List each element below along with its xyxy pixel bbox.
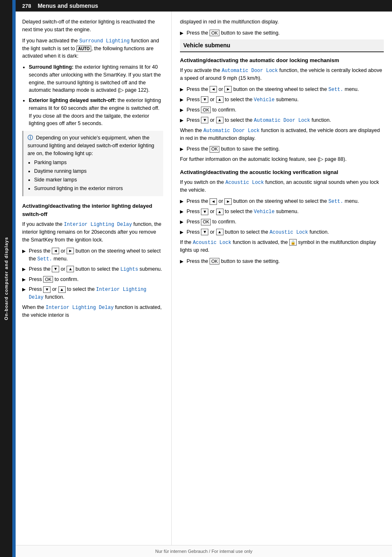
s2-arrow-2: ▶ [180, 208, 185, 215]
info-icon: ⓘ [28, 135, 33, 141]
arrow-icon-1: ▶ [22, 248, 27, 255]
s1-sett-link: Sett. [328, 87, 343, 93]
body-content: Delayed switch-off of the exterior light… [16, 12, 392, 545]
vehicle-submenu-title: Vehicle submenu [180, 39, 384, 52]
sett-menu-link-1: Sett. [37, 256, 52, 262]
section2-heading: Activating/deactivating the acoustic loc… [180, 168, 384, 176]
btn-ok-save: OK [210, 30, 219, 36]
info-box: ⓘ Depending on your vehicle's equipment,… [22, 131, 163, 196]
bullet-exterior: Exterior lighting delayed switch-off: th… [29, 97, 163, 128]
s2-instruction-4: ▶ Press ▼ or ▲ button to select the Acou… [180, 228, 384, 236]
s2-ok-save-arrow: ▶ [180, 258, 185, 265]
s1-instr-3-text: Press OK to confirm. [187, 106, 384, 114]
s1-ok-save-text: Press the OK button to save the setting. [187, 145, 384, 153]
s1-btn-left-1: ◄ [210, 86, 217, 93]
adl-link-2: Automatic Door Lock [254, 118, 310, 123]
s2-instr-3-text: Press OK to confirm. [187, 218, 384, 226]
section-intro-para: If you activate the Interior Lighting De… [22, 220, 163, 244]
sidebar-text: On-board computer and displays [4, 237, 9, 320]
intro-paragraph: Delayed switch-off of the exterior light… [22, 18, 163, 34]
acoustic-lock-link: Acoustic Lock [225, 180, 264, 186]
s1-instruction-4: ▶ Press ▼ or ▲ to select the Automatic D… [180, 116, 384, 124]
btn-up-4: ▲ [58, 286, 66, 293]
lights-link: Lights [120, 267, 138, 272]
surround-paragraph: If you have activated the Surround Light… [22, 37, 163, 60]
s2-btn-left-1: ◄ [210, 198, 217, 205]
section-heading-interior: Activating/deactivating the interior lig… [22, 202, 163, 218]
s1-btn-down-2: ▼ [201, 96, 208, 103]
info-bullet-1: Parking lamps [34, 159, 159, 167]
info-bullet-2: Daytime running lamps [34, 167, 159, 175]
page-title: Menus and submenus [38, 2, 98, 9]
s1-instruction-1: ▶ Press the ◄ or ► button on the steerin… [180, 86, 384, 93]
instruction-2-text: Press the ▼ or ▲ button to select the Li… [29, 265, 163, 273]
s2-arrow-4: ▶ [180, 229, 185, 236]
arrow-icon-2: ▶ [22, 266, 27, 273]
adl-link: Automatic Door Lock [221, 68, 278, 74]
s1-instruction-3: ▶ Press OK to confirm. [180, 106, 384, 114]
s1-arrow-3: ▶ [180, 107, 185, 114]
s2-btn-down-4: ▼ [201, 229, 208, 235]
s1-arrow-1: ▶ [180, 86, 185, 93]
s1-instr-2-text: Press ▼ or ▲ to select the Vehicle subme… [187, 96, 384, 104]
s1-btn-up-4: ▲ [216, 117, 224, 123]
sidebar-label: On-board computer and displays [0, 0, 12, 557]
section1-intro: If you activate the Automatic Door Lock … [180, 67, 384, 82]
page-number: 278 [22, 3, 31, 9]
info-bullet-3: Side marker lamps [34, 176, 159, 184]
press-ok-save-text: Press the OK button to save the setting. [187, 29, 384, 37]
s1-btn-down-4: ▼ [201, 117, 208, 123]
s2-btn-up-2: ▲ [216, 209, 224, 215]
s1-vehicle-link: Vehicle [254, 97, 274, 103]
instruction-4-text: Press ▼ or ▲ to select the Interior Ligh… [29, 285, 163, 301]
instruction-1-text: Press the ◄ or ► button on the steering … [29, 247, 163, 263]
s1-btn-ok-3: OK [201, 107, 211, 113]
btn-down-2: ▼ [52, 266, 59, 272]
arrow-icon-4: ▶ [22, 286, 27, 293]
auto-badge: AUTO [76, 46, 91, 52]
s1-arrow-2: ▶ [180, 96, 185, 103]
ild-link-2: Interior Lighting Delay [46, 305, 114, 311]
s2-arrow-3: ▶ [180, 218, 185, 225]
acoustic-lock-link-3: Acoustic Lock [193, 240, 231, 246]
section2-intro: If you switch on the Acoustic Lock funct… [180, 179, 384, 194]
btn-down-4: ▼ [43, 286, 51, 293]
s1-btn-up-2: ▲ [216, 96, 224, 103]
s2-instr-1-text: Press the ◄ or ► button on the steering … [187, 197, 384, 205]
arrow-icon-3: ▶ [22, 276, 27, 283]
s2-ok-save-text: Press the OK button to save the setting. [187, 258, 384, 265]
s2-vehicle-link: Vehicle [254, 209, 274, 215]
s2-instruction-2: ▶ Press ▼ or ▲ to select the Vehicle sub… [180, 208, 384, 216]
info-text: Depending on your vehicle's equipment, w… [28, 135, 154, 156]
s1-instr-1-text: Press the ◄ or ► button on the steering … [187, 86, 384, 93]
s2-btn-ok-save: OK [210, 258, 219, 265]
instruction-4: ▶ Press ▼ or ▲ to select the Interior Li… [22, 285, 163, 301]
left-column: Delayed switch-off of the exterior light… [16, 12, 172, 545]
info-subitems: Parking lamps Daytime running lamps Side… [34, 159, 159, 192]
bullet-surround: Surround lighting: the exterior lighting… [29, 63, 163, 94]
instruction-3-text: Press OK to confirm. [29, 276, 163, 283]
main-content: 278 Menus and submenus Delayed switch-of… [16, 0, 392, 557]
btn-ok-3: OK [43, 276, 53, 283]
s1-instruction-2: ▶ Press ▼ or ▲ to select the Vehicle sub… [180, 96, 384, 104]
footer: Nur für internen Gebrauch / For internal… [16, 545, 392, 557]
arrow-ok-save: ▶ [180, 30, 185, 37]
s1-arrow-4: ▶ [180, 117, 185, 124]
s2-instr-4-text: Press ▼ or ▲ button to select the Acoust… [187, 228, 384, 236]
s2-ok-save: ▶ Press the OK button to save the settin… [180, 258, 384, 265]
continued-text: displayed in red in the multifunction di… [180, 18, 384, 26]
al-note: If the Acoustic Lock function is activat… [180, 239, 384, 254]
s2-arrow-1: ▶ [180, 198, 185, 205]
instruction-2: ▶ Press the ▼ or ▲ button to select the … [22, 265, 163, 273]
s2-btn-right-1: ► [224, 198, 232, 205]
btn-right-1: ► [67, 248, 74, 254]
adl-link-3: Automatic Door Lock [203, 128, 260, 134]
further-info: For further information on the automatic… [180, 155, 384, 163]
press-ok-save: ▶ Press the OK button to save the settin… [180, 29, 384, 37]
blue-tab [12, 0, 16, 557]
interior-lighting-link: Interior Lighting Delay [64, 222, 132, 227]
delay-note: When the Interior Lighting Delay functio… [22, 304, 163, 319]
s2-sett-link: Sett. [328, 199, 343, 204]
s2-btn-down-2: ▼ [201, 209, 208, 215]
surround-lighting-link: Surround Lighting [79, 38, 129, 44]
